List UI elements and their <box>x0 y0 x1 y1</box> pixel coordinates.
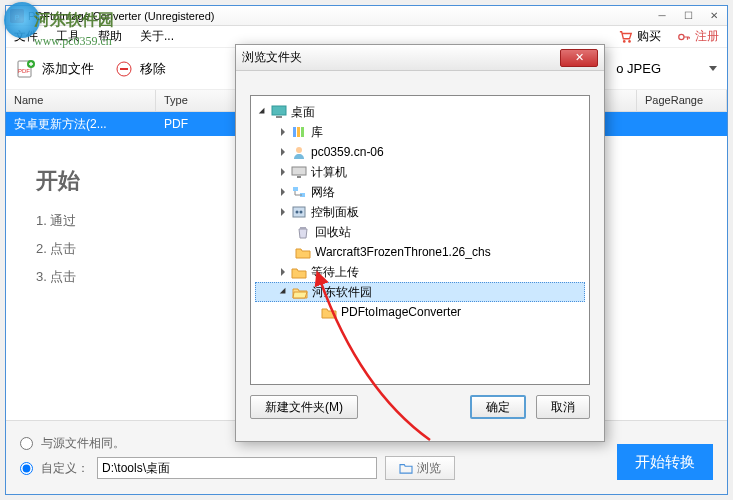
svg-point-20 <box>296 211 299 214</box>
computer-icon <box>291 165 307 179</box>
window-title: PDFtoImage Converter (Unregistered) <box>28 10 214 22</box>
folder-icon <box>321 305 337 319</box>
expand-icon[interactable] <box>281 208 285 216</box>
tree-desktop[interactable]: 桌面 <box>255 102 585 122</box>
folder-icon <box>399 462 413 474</box>
menu-tools[interactable]: 工具 <box>56 28 80 45</box>
desktop-icon <box>271 105 287 119</box>
user-icon <box>291 145 307 159</box>
register-link[interactable]: 注册 <box>677 28 719 45</box>
dialog-title: 浏览文件夹 <box>242 49 302 66</box>
svg-point-3 <box>628 40 631 43</box>
expand-icon[interactable] <box>259 108 267 116</box>
svg-rect-15 <box>292 167 306 175</box>
output-path-input[interactable] <box>97 457 377 479</box>
svg-rect-11 <box>293 127 296 137</box>
tree-libraries[interactable]: 库 <box>255 122 585 142</box>
dialog-close-button[interactable]: ✕ <box>560 49 598 67</box>
folder-icon <box>291 265 307 279</box>
folder-icon <box>295 245 311 259</box>
tree-pending[interactable]: 等待上传 <box>255 262 585 282</box>
ok-button[interactable]: 确定 <box>470 395 526 419</box>
cancel-button[interactable]: 取消 <box>536 395 590 419</box>
folder-open-icon <box>292 285 308 299</box>
remove-icon <box>114 59 134 79</box>
svg-rect-9 <box>272 106 286 115</box>
svg-text:P: P <box>15 13 20 20</box>
key-icon <box>677 30 691 44</box>
chevron-down-icon <box>709 66 717 71</box>
svg-rect-12 <box>297 127 300 137</box>
expand-icon[interactable] <box>281 268 285 276</box>
tree-control-panel[interactable]: 控制面板 <box>255 202 585 222</box>
col-type[interactable]: Type <box>156 90 236 111</box>
col-name[interactable]: Name <box>6 90 156 111</box>
expand-icon[interactable] <box>281 168 285 176</box>
svg-point-4 <box>679 34 684 39</box>
svg-text:PDF: PDF <box>18 68 30 74</box>
browse-folder-dialog: 浏览文件夹 ✕ 桌面 库 pc0359.cn-06 计算机 网络 <box>235 44 605 442</box>
recycle-icon <box>295 225 311 239</box>
radio-custom[interactable] <box>20 462 33 475</box>
cart-icon <box>619 30 633 44</box>
library-icon <box>291 125 307 139</box>
folder-tree[interactable]: 桌面 库 pc0359.cn-06 计算机 网络 控制面板 <box>250 95 590 385</box>
tree-user[interactable]: pc0359.cn-06 <box>255 142 585 162</box>
network-icon <box>291 185 307 199</box>
expand-icon[interactable] <box>281 128 285 136</box>
maximize-button[interactable]: ☐ <box>675 7 701 25</box>
label-custom: 自定义： <box>41 460 89 477</box>
svg-point-2 <box>623 40 626 43</box>
expand-icon[interactable] <box>281 188 285 196</box>
tree-computer[interactable]: 计算机 <box>255 162 585 182</box>
tree-pdftoimage[interactable]: PDFtoImageConverter <box>255 302 585 322</box>
col-range[interactable]: PageRange <box>637 90 727 111</box>
svg-point-21 <box>300 211 303 214</box>
dialog-buttons: 新建文件夹(M) 确定 取消 <box>236 395 604 419</box>
tree-recycle[interactable]: 回收站 <box>255 222 585 242</box>
tree-network[interactable]: 网络 <box>255 182 585 202</box>
svg-rect-19 <box>293 207 305 217</box>
expand-icon[interactable] <box>281 148 285 156</box>
control-panel-icon <box>291 205 307 219</box>
app-icon: P <box>10 9 24 23</box>
pdf-add-icon: PDF <box>16 59 36 79</box>
expand-icon[interactable] <box>280 288 288 296</box>
tree-hedong[interactable]: 河东软件园 <box>255 282 585 302</box>
label-same-as-source: 与源文件相同。 <box>41 435 125 452</box>
tree-war3[interactable]: Warcraft3FrozenThrone1.26_chs <box>255 242 585 262</box>
svg-rect-17 <box>293 187 298 191</box>
svg-point-14 <box>296 147 302 153</box>
output-format-dropdown[interactable]: o JPEG <box>616 61 717 76</box>
menu-file[interactable]: 文件 <box>14 28 38 45</box>
dialog-titlebar: 浏览文件夹 ✕ <box>236 45 604 71</box>
radio-same-as-source[interactable] <box>20 437 33 450</box>
menu-help[interactable]: 帮助 <box>98 28 122 45</box>
titlebar: P PDFtoImage Converter (Unregistered) ─ … <box>6 6 727 26</box>
svg-rect-22 <box>300 227 306 229</box>
convert-button[interactable]: 开始转换 <box>617 444 713 480</box>
buy-link[interactable]: 购买 <box>619 28 661 45</box>
svg-rect-16 <box>297 176 301 178</box>
new-folder-button[interactable]: 新建文件夹(M) <box>250 395 358 419</box>
browse-button[interactable]: 浏览 <box>385 456 455 480</box>
close-button[interactable]: ✕ <box>701 7 727 25</box>
add-file-button[interactable]: PDF 添加文件 <box>16 59 94 79</box>
menu-about[interactable]: 关于... <box>140 28 174 45</box>
remove-button[interactable]: 移除 <box>114 59 166 79</box>
minimize-button[interactable]: ─ <box>649 7 675 25</box>
svg-rect-13 <box>301 127 304 137</box>
svg-rect-10 <box>276 116 282 118</box>
